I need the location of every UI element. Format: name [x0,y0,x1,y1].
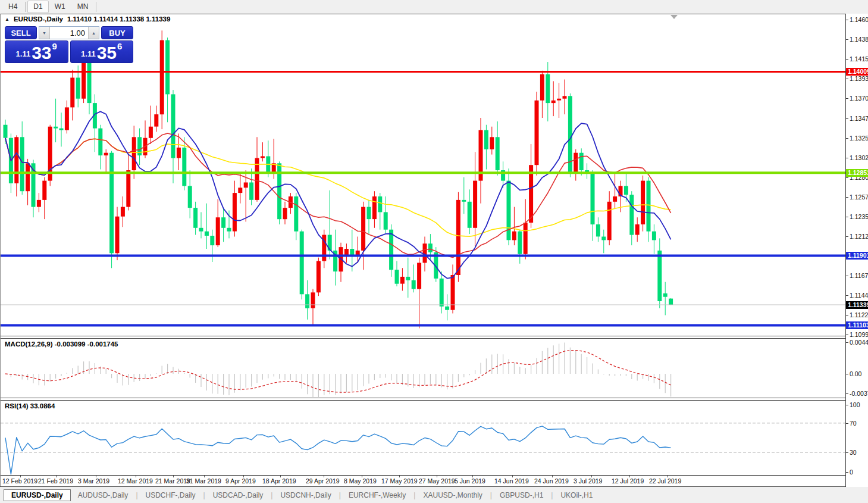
price-tick-label: 1.11675 [850,272,868,279]
sell-price-big: 33 [32,45,51,61]
price-tick-label: 0 [850,468,853,476]
chart-tab-xauusd[interactable]: XAUUSD-,Monthly [416,489,489,501]
date-label: 12 Jul 2019 [612,477,644,485]
buy-price-big: 35 [97,45,117,61]
price-tick-label: 1.14155 [850,55,868,63]
price-tick [846,138,848,139]
chart-symbol-label: EURUSD-,Daily [14,15,63,23]
chart-title: ▲ EURUSD-,Daily 1.11410 1.11414 1.11338 … [5,15,170,23]
price-tick-label: 1.14605 [850,16,868,23]
price-tick [846,342,848,343]
price-tick-label: 1.13250 [850,135,868,142]
collapse-panel-icon[interactable]: ▲ [5,17,10,22]
sell-price-prefix: 1.11 [16,49,31,58]
date-label: 27 May 2019 [419,477,455,485]
date-label: 9 Apr 2019 [225,477,256,485]
price-tick [846,177,848,178]
price-tick [846,98,848,99]
price-line-label: 1.11103 [846,321,868,329]
price-tick [846,374,848,374]
buy-price-sup: 6 [117,41,122,51]
timeframe-button-w1[interactable]: W1 [49,1,71,13]
price-tick [846,393,848,394]
sell-price-sup: 9 [52,41,57,51]
date-label: 12 Mar 2019 [118,477,153,485]
date-label: 3 Jul 2019 [574,477,602,485]
price-tick-label: 70 [850,420,857,427]
date-label: 29 Apr 2019 [306,477,340,485]
tab-separator: | [490,491,492,499]
price-tick [846,217,848,217]
buy-price-box[interactable]: 1.11 35 6 [70,40,134,63]
price-tick [846,295,848,296]
chart-tab-eurchf[interactable]: EURCHF-,Weekly [341,489,413,501]
price-tick [846,59,848,60]
chart-tabs-bar: EURUSD-,DailyAUDUSD-,Daily|USDCHF-,Daily… [0,488,868,503]
price-tick [846,158,848,158]
price-tick [846,335,848,335]
price-tick-label: 1.11445 [850,292,868,299]
tab-separator: | [339,491,341,499]
timeframe-button-mn[interactable]: MN [71,1,95,13]
price-tick-label: 1.14380 [850,36,868,43]
chart-shift-marker-icon[interactable] [670,15,678,19]
volume-increase-icon[interactable]: ▲ [88,27,99,39]
date-label: 31 Mar 2019 [186,477,221,485]
volume-decrease-icon[interactable]: ▼ [39,27,50,39]
price-tick-label: 1.13025 [850,154,868,161]
tab-separator: | [551,491,553,499]
date-label: 12 Feb 2019 [2,477,37,485]
price-tick-label: 100 [850,401,860,408]
sell-price-box[interactable]: 1.11 33 9 [5,40,68,63]
chart-tab-usdcnh[interactable]: USDCNH-,Daily [273,489,338,501]
tab-separator: | [271,491,272,499]
price-tick [846,79,848,79]
toolbar-separator [96,2,96,12]
price-tick [846,452,848,453]
price-tick [846,405,848,405]
date-label: 21 Feb 2019 [38,477,73,485]
price-tick [846,315,848,315]
rsi-indicator-label: RSI(14) 33.0864 [5,402,55,410]
price-tick-label: 1.10995 [850,331,868,338]
date-label: 14 Jun 2019 [494,477,529,485]
timeframe-button-h4[interactable]: H4 [2,1,23,13]
buy-button[interactable]: BUY [101,26,133,39]
macd-pane-canvas[interactable] [1,339,845,398]
price-line-label: 1.12851 [846,169,868,177]
date-label: 24 Jun 2019 [534,477,569,485]
timeframe-button-d1[interactable]: D1 [27,1,48,13]
price-tick-label: 1.12575 [850,193,868,201]
chart-tab-gbpusd[interactable]: GBPUSD-,H1 [493,489,550,501]
date-label: 21 Mar 2019 [155,477,190,485]
price-tick-label: -0.003715 [850,390,868,397]
price-tick-label: 1.11220 [850,311,868,318]
chart-tab-eurusd[interactable]: EURUSD-,Daily [4,489,71,501]
rsi-pane-canvas[interactable] [1,401,845,475]
price-tick-label: 30 [850,449,857,456]
volume-input[interactable]: 1.00 [50,27,88,39]
price-tick-label: 0.004465 [850,339,868,346]
sell-button[interactable]: SELL [5,26,37,39]
chart-tab-usdcad[interactable]: USDCAD-,Daily [206,489,271,501]
toolbar-separator [25,2,26,12]
chart-tab-audusd[interactable]: AUDUSD-,Daily [71,489,136,501]
tab-separator: | [413,491,415,499]
buy-price-prefix: 1.11 [81,49,96,58]
price-tick-label: 1.12350 [850,213,868,220]
price-tick [846,423,848,424]
price-scale[interactable]: 1.146051.143801.141551.139301.137051.134… [846,14,868,487]
chart-tab-ukoil[interactable]: UKOil-,H1 [553,489,600,501]
price-line-label: 1.11339 [846,301,868,309]
date-axis[interactable]: 12 Feb 201921 Feb 20193 Mar 201912 Mar 2… [1,476,845,486]
macd-indicator-label: MACD(12,26,9) -0.003099 -0.001745 [5,340,118,348]
tab-separator: | [203,491,205,499]
price-tick [846,236,848,237]
chart-tab-usdchf[interactable]: USDCHF-,Daily [139,489,203,501]
window-bottom-border [0,486,868,487]
mt4-application: H4D1W1MN ▲ EURUSD-,Daily 1.11410 1.11414… [0,0,868,503]
price-tick [846,39,848,40]
tab-separator: | [136,491,137,499]
date-label: 22 Jul 2019 [649,477,681,485]
price-tick [846,472,848,473]
